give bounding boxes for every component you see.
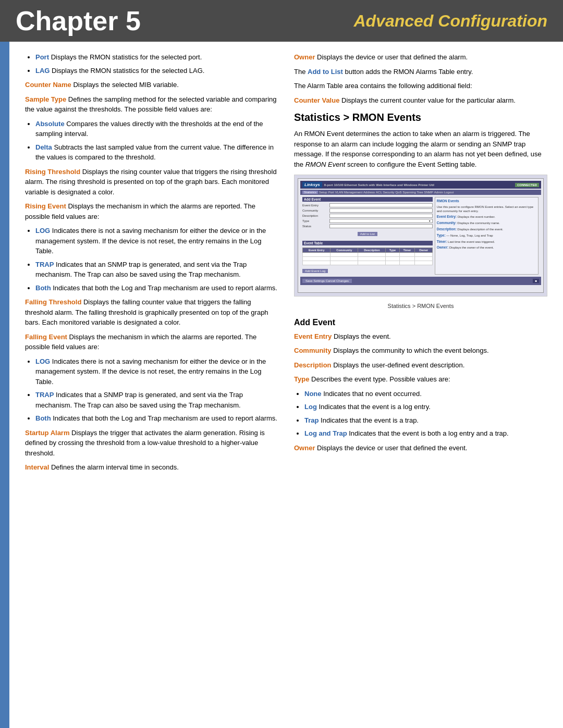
lag-item: LAG Displays the RMON statistics for the… [35, 66, 278, 76]
log-text-1: Indicates there is not a saving mechanis… [35, 227, 266, 255]
screenshot-community-row: Community [302, 208, 433, 213]
screenshot-nav-port[interactable]: Port [328, 191, 334, 194]
screenshot-type-row: Type ▼ [302, 219, 433, 223]
add-event-heading: Add Event [294, 318, 547, 327]
screenshot-nav-setup[interactable]: Setup [319, 191, 327, 194]
screenshot-event-entry-input[interactable] [329, 203, 433, 207]
falling-event-para: Falling Event Displays the mechanism in … [25, 332, 278, 352]
sample-type-para: Sample Type Defines the sampling method … [25, 94, 278, 115]
both-term-1: Both [35, 284, 51, 292]
screenshot-community-label: Community [302, 209, 328, 212]
screenshot-connected-icon: CONNECTED [515, 183, 539, 187]
cell-1-2 [331, 253, 358, 257]
screenshot-add-event-log-button[interactable]: Add Event Log [302, 269, 328, 273]
rmon-events-text2: screen to configure the Event Setting ta… [345, 161, 476, 168]
none-item: None Indicates that no event occurred. [304, 389, 547, 399]
screenshot-nav-logout[interactable]: Logout [444, 191, 454, 194]
trap-item-3: Trap Indicates that the event is a trap. [304, 415, 547, 426]
log-item-2: LOG Indicates there is not a saving mech… [35, 356, 278, 387]
screenshot-community-input[interactable] [329, 208, 433, 213]
log-item-3: Log Indicates that the event is a log en… [304, 402, 547, 412]
community-para: Community Displays the community to whic… [294, 346, 547, 356]
trap-item-2: TRAP Indicates that a SNMP trap is gener… [35, 390, 278, 410]
screenshot-inner: Linksys 8-port 10/100 Ethernet Switch wi… [298, 178, 544, 293]
screenshot-description-row: Description [302, 214, 433, 218]
add-to-list-pre: The [294, 68, 308, 76]
trap-term-1: TRAP [35, 261, 54, 268]
table-row-2 [303, 257, 433, 261]
screenshot-status-input[interactable] [329, 224, 433, 228]
rmon-events-heading: Statistics > RMON Events [294, 112, 547, 124]
cell-3-5 [399, 261, 415, 265]
log-and-trap-term: Log and Trap [304, 429, 347, 437]
add-to-list-para: The Add to List button adds the RMON Ala… [294, 67, 547, 77]
owner-para: Owner Displays the device or user that d… [294, 52, 547, 63]
screenshot-nav-statistics[interactable]: Statistics [302, 191, 318, 194]
screenshot-type-select[interactable]: ▼ [329, 219, 433, 223]
rmon-events-body: An RMON Event determines the action to t… [294, 129, 547, 169]
screenshot-event-entry-row: Event Entry [302, 203, 433, 207]
trap-text-2: Indicates that a SNMP trap is generated,… [35, 391, 243, 409]
screenshot-nav-address[interactable]: Address [363, 191, 375, 194]
absolute-text: Compares the values directly with the th… [35, 120, 263, 138]
screenshot-event-table: Event Entry Community Description Type T… [302, 248, 433, 265]
cell-3-2 [331, 261, 358, 265]
owner-text: Displays the device or user that defined… [317, 53, 468, 61]
screenshot-nav-admin[interactable]: Admin [434, 191, 443, 194]
log-and-trap-item: Log and Trap Indicates that the event is… [304, 428, 547, 439]
absolute-item: Absolute Compares the values directly wi… [35, 119, 278, 139]
col-owner: Owner [415, 248, 432, 253]
screenshot-rp-item-8: Owner: Displays the owner of the event. [437, 245, 537, 250]
falling-threshold-term: Falling Threshold [25, 298, 81, 306]
screenshot-bottom-buttons: Add Event Log [302, 267, 433, 275]
cell-1-4 [386, 253, 399, 257]
screenshot-rp-heading-7: Timer: [437, 240, 447, 243]
blue-accent-bar [0, 42, 9, 728]
interval-text: Defines the alarm interval time in secon… [51, 463, 179, 471]
log-text-3: Indicates that the event is a log entry. [319, 403, 430, 411]
col-timer: Timer [399, 248, 415, 253]
both-text-2: Indicates that both the Log and Trap mec… [53, 414, 277, 422]
screenshot-logo: Linksys [302, 182, 322, 188]
screenshot-save-button[interactable]: Save Settings Cancel Changes [302, 279, 352, 283]
table-row-1 [303, 253, 433, 257]
cell-1-5 [399, 253, 415, 257]
type-para: Type Describes the event type. Possible … [294, 374, 547, 385]
cell-3-1 [303, 261, 331, 265]
screenshot-nav-vlan[interactable]: VLAN Management [335, 191, 362, 194]
description-text: Displays the user-defined event descript… [333, 361, 464, 369]
screenshot-status-row: Status [302, 224, 433, 228]
startup-alarm-term: Startup Alarm [25, 429, 69, 437]
screenshot-description-input[interactable] [329, 214, 433, 218]
cell-1-1 [303, 253, 331, 257]
screenshot-caption: Statistics > RMON Events [294, 302, 547, 311]
port-text: Displays the RMON statistics for the sel… [51, 53, 202, 61]
col-description: Description [358, 248, 386, 253]
port-lag-list: Port Displays the RMON statistics for th… [35, 52, 278, 76]
screenshot-right-panel: RMON Events Use this panel to configure … [435, 197, 539, 275]
add-to-list-post: button adds the RMON Alarms Table entry. [345, 68, 473, 76]
none-term: None [304, 390, 322, 398]
rising-event-para: Rising Event Displays the mechanism in w… [25, 201, 278, 221]
counter-value-text: Displays the current counter value for t… [341, 96, 516, 104]
main-content: Port Displays the RMON statistics for th… [9, 42, 563, 728]
screenshot-rp-item-4: Community: Displays the community name. [437, 221, 537, 226]
lag-term: LAG [35, 67, 50, 75]
falling-event-term: Falling Event [25, 333, 67, 341]
screenshot-nav-qos[interactable]: QoS [395, 191, 401, 194]
left-column: Port Displays the RMON statistics for th… [25, 52, 278, 717]
screenshot-nav-security[interactable]: Security [383, 191, 395, 194]
col-community: Community [331, 248, 358, 253]
screenshot-nav-acl[interactable]: ACL [376, 191, 382, 194]
screenshot-add-event-title: Add Event [302, 197, 433, 202]
owner-event-text: Displays the device or user that defined… [317, 444, 467, 452]
cell-2-1 [303, 257, 331, 261]
port-term: Port [35, 53, 49, 61]
screenshot-add-to-list-button[interactable]: Add to List [358, 232, 377, 236]
screenshot-nav-snmp[interactable]: SNMP [424, 191, 433, 194]
both-item-2: Both Indicates that both the Log and Tra… [35, 413, 278, 424]
cell-2-6 [415, 257, 432, 261]
screenshot-rp-item-2: Use this panel to configure RMON Event e… [437, 205, 537, 214]
trap-text-3: Indicates that the event is a trap. [321, 416, 419, 424]
screenshot-nav-spanning[interactable]: Spanning Tree [402, 191, 423, 194]
